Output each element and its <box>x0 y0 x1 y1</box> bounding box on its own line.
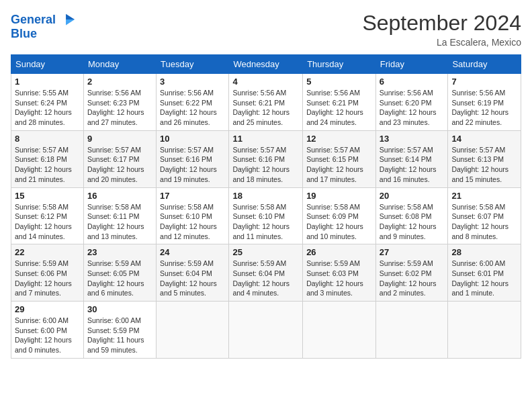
day-number: 18 <box>232 191 299 201</box>
calendar-cell: 23Sunrise: 5:59 AM Sunset: 6:05 PM Dayli… <box>83 244 156 302</box>
day-number: 15 <box>15 191 80 201</box>
calendar-cell: 11Sunrise: 5:57 AM Sunset: 6:16 PM Dayli… <box>229 130 303 187</box>
page-header: General Blue September 2024 La Escalera,… <box>11 11 521 48</box>
calendar-body: 1Sunrise: 5:55 AM Sunset: 6:24 PM Daylig… <box>11 74 521 359</box>
day-number: 5 <box>306 77 372 87</box>
day-number: 29 <box>15 304 80 314</box>
calendar-cell: 2Sunrise: 5:56 AM Sunset: 6:23 PM Daylig… <box>83 74 156 131</box>
calendar-cell: 5Sunrise: 5:56 AM Sunset: 6:21 PM Daylig… <box>303 74 376 131</box>
day-number: 21 <box>451 191 517 201</box>
calendar-cell: 6Sunrise: 5:56 AM Sunset: 6:20 PM Daylig… <box>375 74 448 131</box>
calendar-cell <box>157 302 229 359</box>
day-detail: Sunrise: 5:57 AM Sunset: 6:17 PM Dayligh… <box>87 145 152 185</box>
calendar-week-4: 22Sunrise: 5:59 AM Sunset: 6:06 PM Dayli… <box>11 244 521 302</box>
calendar-cell: 20Sunrise: 5:58 AM Sunset: 6:08 PM Dayli… <box>375 187 448 244</box>
day-number: 4 <box>232 77 299 87</box>
day-detail: Sunrise: 5:59 AM Sunset: 6:04 PM Dayligh… <box>160 259 225 298</box>
day-detail: Sunrise: 5:56 AM Sunset: 6:20 PM Dayligh… <box>380 88 445 128</box>
calendar-cell: 27Sunrise: 5:59 AM Sunset: 6:02 PM Dayli… <box>375 244 448 302</box>
calendar-cell: 8Sunrise: 5:57 AM Sunset: 6:18 PM Daylig… <box>11 130 84 187</box>
day-detail: Sunrise: 5:59 AM Sunset: 6:06 PM Dayligh… <box>15 259 80 298</box>
day-number: 2 <box>87 77 152 87</box>
logo-icon <box>57 11 76 30</box>
day-detail: Sunrise: 5:58 AM Sunset: 6:12 PM Dayligh… <box>15 202 80 242</box>
calendar-cell: 15Sunrise: 5:58 AM Sunset: 6:12 PM Dayli… <box>11 187 84 244</box>
svg-marker-0 <box>66 14 75 19</box>
day-detail: Sunrise: 5:57 AM Sunset: 6:18 PM Dayligh… <box>15 145 80 185</box>
calendar-cell: 22Sunrise: 5:59 AM Sunset: 6:06 PM Dayli… <box>11 244 84 302</box>
day-detail: Sunrise: 5:59 AM Sunset: 6:02 PM Dayligh… <box>380 259 445 298</box>
calendar-week-3: 15Sunrise: 5:58 AM Sunset: 6:12 PM Dayli… <box>11 187 521 244</box>
calendar-cell: 30Sunrise: 6:00 AM Sunset: 5:59 PM Dayli… <box>83 302 156 359</box>
day-detail: Sunrise: 5:58 AM Sunset: 6:10 PM Dayligh… <box>160 202 225 242</box>
calendar-cell: 12Sunrise: 5:57 AM Sunset: 6:15 PM Dayli… <box>303 130 376 187</box>
day-detail: Sunrise: 5:56 AM Sunset: 6:21 PM Dayligh… <box>232 88 299 128</box>
calendar-cell: 7Sunrise: 5:56 AM Sunset: 6:19 PM Daylig… <box>448 74 521 131</box>
day-detail: Sunrise: 5:56 AM Sunset: 6:19 PM Dayligh… <box>451 88 517 128</box>
day-number: 27 <box>380 247 445 257</box>
day-number: 6 <box>380 77 445 87</box>
weekday-wednesday: Wednesday <box>229 55 303 74</box>
day-detail: Sunrise: 5:56 AM Sunset: 6:22 PM Dayligh… <box>160 88 225 128</box>
day-detail: Sunrise: 5:57 AM Sunset: 6:13 PM Dayligh… <box>451 145 517 185</box>
day-detail: Sunrise: 5:56 AM Sunset: 6:21 PM Dayligh… <box>306 88 372 128</box>
calendar-cell: 10Sunrise: 5:57 AM Sunset: 6:16 PM Dayli… <box>157 130 229 187</box>
calendar-cell: 4Sunrise: 5:56 AM Sunset: 6:21 PM Daylig… <box>229 74 303 131</box>
calendar-cell: 1Sunrise: 5:55 AM Sunset: 6:24 PM Daylig… <box>11 74 84 131</box>
calendar-cell: 24Sunrise: 5:59 AM Sunset: 6:04 PM Dayli… <box>157 244 229 302</box>
calendar-cell <box>375 302 448 359</box>
weekday-saturday: Saturday <box>448 55 521 74</box>
logo: General Blue <box>11 11 76 41</box>
day-detail: Sunrise: 5:57 AM Sunset: 6:14 PM Dayligh… <box>380 145 445 185</box>
calendar-cell: 14Sunrise: 5:57 AM Sunset: 6:13 PM Dayli… <box>448 130 521 187</box>
day-detail: Sunrise: 5:58 AM Sunset: 6:08 PM Dayligh… <box>380 202 445 242</box>
calendar-cell: 9Sunrise: 5:57 AM Sunset: 6:17 PM Daylig… <box>83 130 156 187</box>
day-detail: Sunrise: 6:00 AM Sunset: 6:01 PM Dayligh… <box>451 259 517 298</box>
day-number: 30 <box>87 304 152 314</box>
day-detail: Sunrise: 5:58 AM Sunset: 6:07 PM Dayligh… <box>451 202 517 242</box>
calendar-cell: 29Sunrise: 6:00 AM Sunset: 6:00 PM Dayli… <box>11 302 84 359</box>
calendar-cell: 28Sunrise: 6:00 AM Sunset: 6:01 PM Dayli… <box>448 244 521 302</box>
day-detail: Sunrise: 5:59 AM Sunset: 6:03 PM Dayligh… <box>306 259 372 298</box>
weekday-friday: Friday <box>375 55 448 74</box>
calendar-cell: 16Sunrise: 5:58 AM Sunset: 6:11 PM Dayli… <box>83 187 156 244</box>
month-title: September 2024 <box>362 11 521 36</box>
calendar-cell: 3Sunrise: 5:56 AM Sunset: 6:22 PM Daylig… <box>157 74 229 131</box>
day-detail: Sunrise: 5:57 AM Sunset: 6:16 PM Dayligh… <box>160 145 225 185</box>
day-number: 26 <box>306 247 372 257</box>
calendar-week-2: 8Sunrise: 5:57 AM Sunset: 6:18 PM Daylig… <box>11 130 521 187</box>
day-detail: Sunrise: 5:58 AM Sunset: 6:11 PM Dayligh… <box>87 202 152 242</box>
day-detail: Sunrise: 5:58 AM Sunset: 6:10 PM Dayligh… <box>232 202 299 242</box>
day-number: 24 <box>160 247 225 257</box>
day-number: 16 <box>87 191 152 201</box>
calendar-cell: 26Sunrise: 5:59 AM Sunset: 6:03 PM Dayli… <box>303 244 376 302</box>
calendar-cell: 17Sunrise: 5:58 AM Sunset: 6:10 PM Dayli… <box>157 187 229 244</box>
day-number: 14 <box>451 134 517 144</box>
day-number: 23 <box>87 247 152 257</box>
calendar-cell: 19Sunrise: 5:58 AM Sunset: 6:09 PM Dayli… <box>303 187 376 244</box>
day-detail: Sunrise: 6:00 AM Sunset: 6:00 PM Dayligh… <box>15 316 80 355</box>
day-number: 11 <box>232 134 299 144</box>
day-number: 22 <box>15 247 80 257</box>
day-detail: Sunrise: 5:55 AM Sunset: 6:24 PM Dayligh… <box>15 88 80 128</box>
calendar-cell <box>229 302 303 359</box>
calendar-week-5: 29Sunrise: 6:00 AM Sunset: 6:00 PM Dayli… <box>11 302 521 359</box>
day-number: 20 <box>380 191 445 201</box>
day-number: 3 <box>160 77 225 87</box>
weekday-sunday: Sunday <box>11 55 84 74</box>
day-number: 8 <box>15 134 80 144</box>
day-detail: Sunrise: 5:58 AM Sunset: 6:09 PM Dayligh… <box>306 202 372 242</box>
day-detail: Sunrise: 5:57 AM Sunset: 6:16 PM Dayligh… <box>232 145 299 185</box>
logo-text: General <box>11 13 56 27</box>
calendar-week-1: 1Sunrise: 5:55 AM Sunset: 6:24 PM Daylig… <box>11 74 521 131</box>
weekday-tuesday: Tuesday <box>157 55 229 74</box>
weekday-header-row: SundayMondayTuesdayWednesdayThursdayFrid… <box>11 55 521 74</box>
day-detail: Sunrise: 5:56 AM Sunset: 6:23 PM Dayligh… <box>87 88 152 128</box>
day-detail: Sunrise: 6:00 AM Sunset: 5:59 PM Dayligh… <box>87 316 152 355</box>
calendar-table: SundayMondayTuesdayWednesdayThursdayFrid… <box>11 54 521 359</box>
day-number: 12 <box>306 134 372 144</box>
day-number: 25 <box>232 247 299 257</box>
weekday-thursday: Thursday <box>303 55 376 74</box>
title-area: September 2024 La Escalera, Mexico <box>362 11 521 48</box>
day-number: 28 <box>451 247 517 257</box>
